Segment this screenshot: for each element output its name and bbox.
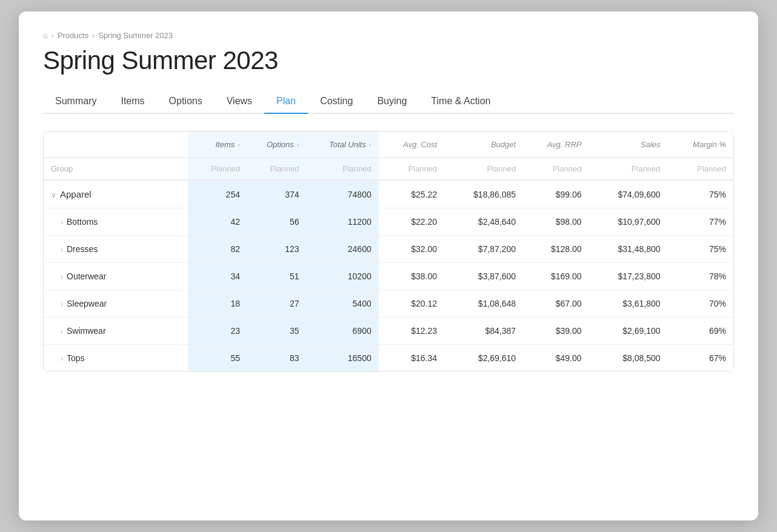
tab-time-action[interactable]: Time & Action	[419, 90, 502, 114]
tab-costing[interactable]: Costing	[308, 90, 365, 114]
table-row[interactable]: ›Dresses 82 123 24600 $32.00 $7,87,200 $…	[44, 236, 733, 263]
cell-name: ›Bottoms	[44, 208, 188, 236]
cell-avg-rrp: $49.00	[523, 345, 589, 372]
tab-summary[interactable]: Summary	[43, 90, 108, 114]
subheader-items: Planned	[188, 158, 247, 181]
cell-name: ›Sleepwear	[44, 290, 188, 318]
breadcrumb-sep-2: ›	[92, 32, 95, 40]
cell-budget: $7,87,200	[444, 236, 523, 263]
cell-total-units: 6900	[307, 318, 379, 345]
cell-options: 51	[247, 263, 307, 290]
cell-budget: $3,87,600	[444, 263, 523, 290]
col-header-total-units[interactable]: Total Units ›	[307, 131, 379, 158]
total-units-arrow-icon: ›	[367, 141, 372, 148]
cell-sales: $2,69,100	[589, 318, 668, 345]
breadcrumb-sep-1: ›	[52, 32, 54, 40]
cell-budget: $2,69,610	[444, 345, 523, 372]
table-row[interactable]: ›Sleepwear 18 27 5400 $20.12 $1,08,648 $…	[44, 290, 733, 318]
cell-avg-rrp: $67.00	[523, 290, 589, 318]
col-header-budget: Budget	[444, 131, 523, 158]
expand-icon[interactable]: ›	[61, 245, 63, 254]
cell-items: 23	[188, 318, 247, 345]
subheader-row: Group Planned Planned Planned Planned Pl…	[44, 158, 733, 181]
cell-avg-cost: $20.12	[379, 290, 444, 318]
table-row[interactable]: ›Tops 55 83 16500 $16.34 $2,69,610 $49.0…	[44, 345, 733, 372]
options-arrow-icon: ›	[295, 141, 299, 148]
expand-icon[interactable]: ›	[61, 218, 63, 227]
subheader-options: Planned	[247, 158, 307, 181]
cell-options: 27	[247, 290, 307, 318]
col-header-avg-cost: Avg. Cost	[379, 131, 444, 158]
cell-name: ›Outerwear	[44, 263, 188, 290]
cell-options: 123	[247, 236, 307, 263]
cell-name: ›Swimwear	[44, 318, 188, 345]
expand-icon[interactable]: ›	[61, 300, 63, 308]
collapse-icon[interactable]: ∨	[51, 191, 56, 199]
main-window: ⌂ › Products › Spring Summer 2023 Spring…	[19, 12, 758, 520]
subheader-total-units: Planned	[307, 158, 379, 181]
cell-budget: $18,86,085	[444, 180, 523, 208]
cell-items: 82	[188, 236, 247, 263]
table-body: ∨Apparel 254 374 74800 $25.22 $18,86,085…	[44, 180, 733, 371]
cell-avg-cost: $25.22	[379, 180, 444, 208]
cell-total-units: 11200	[307, 208, 379, 236]
cell-margin: 70%	[668, 290, 733, 318]
cell-total-units: 24600	[307, 236, 379, 263]
col-header-items[interactable]: Items ›	[188, 131, 247, 158]
cell-avg-cost: $22.20	[379, 208, 444, 236]
cell-sales: $31,48,800	[589, 236, 668, 263]
cell-budget: $84,387	[444, 318, 523, 345]
cell-margin: 77%	[668, 208, 733, 236]
cell-budget: $1,08,648	[444, 290, 523, 318]
column-headers-row: Items › Options › Total Units › Avg. Cos…	[44, 131, 733, 158]
cell-options: 56	[247, 208, 307, 236]
cell-avg-cost: $16.34	[379, 345, 444, 372]
cell-avg-cost: $38.00	[379, 263, 444, 290]
subheader-avg-cost: Planned	[379, 158, 444, 181]
home-icon[interactable]: ⌂	[43, 31, 48, 40]
cell-total-units: 10200	[307, 263, 379, 290]
subheader-budget: Planned	[444, 158, 523, 181]
cell-name: ∨Apparel	[44, 180, 188, 208]
cell-items: 42	[188, 208, 247, 236]
col-header-sales: Sales	[589, 131, 668, 158]
table-row[interactable]: ›Swimwear 23 35 6900 $12.23 $84,387 $39.…	[44, 318, 733, 345]
table-row[interactable]: ›Bottoms 42 56 11200 $22.20 $2,48,640 $9…	[44, 208, 733, 236]
items-arrow-icon: ›	[236, 141, 240, 148]
cell-avg-rrp: $99.06	[523, 180, 589, 208]
col-header-options[interactable]: Options ›	[247, 131, 307, 158]
expand-icon[interactable]: ›	[61, 354, 63, 363]
cell-items: 34	[188, 263, 247, 290]
subheader-avg-rrp: Planned	[523, 158, 589, 181]
cell-avg-rrp: $98.00	[523, 208, 589, 236]
cell-avg-rrp: $39.00	[523, 318, 589, 345]
cell-sales: $10,97,600	[589, 208, 668, 236]
tab-views[interactable]: Views	[215, 90, 264, 114]
cell-options: 374	[247, 180, 307, 208]
breadcrumb-products[interactable]: Products	[58, 31, 88, 40]
cell-margin: 78%	[668, 263, 733, 290]
plan-table: Items › Options › Total Units › Avg. Cos…	[44, 131, 733, 371]
tab-plan[interactable]: Plan	[264, 90, 308, 114]
page-title: Spring Summer 2023	[43, 46, 734, 75]
breadcrumb-current: Spring Summer 2023	[98, 31, 173, 40]
cell-total-units: 16500	[307, 345, 379, 372]
cell-avg-rrp: $169.00	[523, 263, 589, 290]
cell-items: 18	[188, 290, 247, 318]
cell-total-units: 5400	[307, 290, 379, 318]
table-row[interactable]: ∨Apparel 254 374 74800 $25.22 $18,86,085…	[44, 180, 733, 208]
tab-items[interactable]: Items	[108, 90, 156, 114]
breadcrumb: ⌂ › Products › Spring Summer 2023	[43, 31, 734, 40]
cell-total-units: 74800	[307, 180, 379, 208]
data-table-wrapper: Items › Options › Total Units › Avg. Cos…	[43, 131, 734, 372]
tab-options[interactable]: Options	[157, 90, 215, 114]
cell-margin: 75%	[668, 236, 733, 263]
col-header-avg-rrp: Avg. RRP	[523, 131, 589, 158]
expand-icon[interactable]: ›	[61, 273, 63, 281]
cell-options: 35	[247, 318, 307, 345]
cell-avg-cost: $12.23	[379, 318, 444, 345]
cell-name: ›Tops	[44, 345, 188, 372]
expand-icon[interactable]: ›	[61, 327, 63, 336]
table-row[interactable]: ›Outerwear 34 51 10200 $38.00 $3,87,600 …	[44, 263, 733, 290]
tab-buying[interactable]: Buying	[365, 90, 419, 114]
